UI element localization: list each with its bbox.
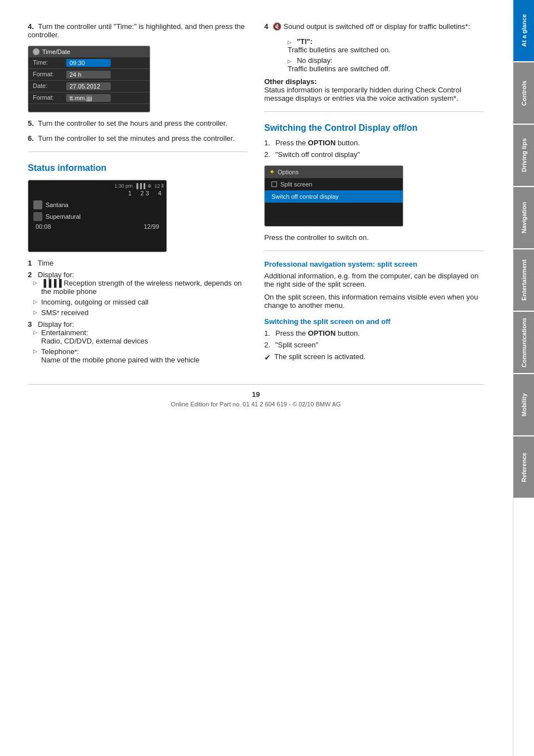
step-5: 5. Turn the controller to set the hours …	[28, 119, 248, 127]
sidebar-tab-communications[interactable]: Communications	[513, 312, 535, 373]
legend-item-3: 3 Display for: Entertainment:Radio, CD/D…	[28, 320, 248, 364]
sidebar: At a glance Controls Driving tips Naviga…	[513, 0, 534, 756]
legend-bullet-2a: ▐▐▐▐ Reception strength of the wireless …	[33, 279, 248, 296]
switch-step-1: 1. Press the OPTION button.	[264, 139, 484, 147]
split-step-2: 2. "Split screen"	[264, 341, 484, 349]
td-label-format1: Format:	[33, 71, 66, 78]
other-displays-label: Other displays:	[264, 77, 317, 86]
album-name: Supernatural	[46, 213, 81, 220]
sidebar-tab-mobility-label: Mobility	[521, 393, 527, 416]
options-item-switch-off[interactable]: Switch off control display	[265, 190, 403, 203]
track-time: 00:08	[36, 223, 51, 230]
ti-text: Traffic bulletins are switched on.	[288, 46, 390, 54]
split-screen-checkbox	[271, 181, 277, 187]
separator-right	[264, 111, 484, 112]
status-time-display: 1:30 pm	[115, 183, 133, 189]
split-step-2-num: 2.	[264, 341, 272, 349]
signal-icon: ▐▐▐	[135, 183, 145, 189]
split-activated-item: ✔ The split screen is activated.	[264, 352, 484, 362]
td-label-date: Date:	[33, 82, 66, 90]
td-header-label: Time/Date	[42, 48, 70, 55]
split-step-1-text: Press the OPTION button.	[275, 329, 360, 337]
switch-step-1-num: 1.	[264, 139, 272, 147]
legend-num-3: 3	[28, 320, 32, 328]
nodisplay-label: No display:	[297, 56, 333, 65]
switch-off-label: Switch off control display	[271, 193, 339, 200]
switch-step-2-text: "Switch off control display"	[275, 150, 360, 159]
status-num-23: 2 3	[141, 190, 149, 197]
legend-label-2: Display for:	[34, 271, 74, 279]
options-item-split-screen: Split screen	[265, 178, 403, 190]
separator-right-2	[264, 251, 484, 251]
sidebar-tab-reference[interactable]: Reference	[513, 436, 535, 498]
switch-step-1-text: Press the OPTION button.	[275, 139, 360, 147]
split-step-1-num: 1.	[264, 329, 272, 337]
options-header: ✦ Options	[265, 166, 403, 178]
step-4-text: Turn the controller until "Time:" is hig…	[28, 22, 245, 39]
sidebar-tab-mobility[interactable]: Mobility	[513, 374, 535, 435]
legend-text-1: Time	[34, 259, 53, 267]
right-step-4-num: 4	[264, 22, 268, 31]
switch-step-2: 2. "Switch off control display"	[264, 150, 484, 159]
switch-step-2-num: 2.	[264, 150, 272, 159]
step-4-number: 4.	[28, 22, 34, 31]
sidebar-tab-driving-tips-label: Driving tips	[521, 139, 527, 173]
right-step-4: 4 🔇 Sound output is switched off or disp…	[264, 22, 484, 31]
td-value-date: 27.05.2012	[66, 82, 111, 90]
right-step-4-text: Sound output is switched off or display …	[283, 22, 470, 31]
separator-1	[28, 151, 248, 152]
bullet-nodisplay: No display: Traffic bulletins are switch…	[274, 56, 484, 73]
legend-bullet-2b: Incoming, outgoing or missed call	[33, 298, 248, 306]
split-screen-label: Split screen	[280, 181, 312, 188]
right-column: 4 🔇 Sound output is switched off or disp…	[264, 22, 484, 367]
other-displays-text: Status information is temporarily hidden…	[264, 86, 461, 102]
td-header: Time/Date	[28, 46, 150, 57]
checkmark-icon: ✔	[264, 353, 271, 362]
legend-item-2: 2 Display for: ▐▐▐▐ Reception strength o…	[28, 271, 248, 317]
signal-strength-icon: ▐▐▐▐	[41, 279, 62, 287]
split-activated-text: The split screen is activated.	[274, 352, 365, 361]
td-value-format2: tt.mm.jjjj	[66, 94, 111, 102]
sidebar-tab-navigation-label: Navigation	[521, 202, 527, 233]
sidebar-tab-navigation[interactable]: Navigation	[513, 187, 535, 248]
battery-icon: 12 Ⅱ	[154, 183, 164, 189]
step-6: 6. Turn the controller to set the minute…	[28, 134, 248, 143]
status-screen: 1:30 pm ▐▐▐ ⊕ 12 Ⅱ 1 2 3 4	[28, 180, 167, 252]
sidebar-tab-controls[interactable]: Controls	[513, 62, 535, 124]
legend-bullet-2c: SMS* received	[33, 308, 248, 317]
footer-text: Online Edition for Part no. 01 41 2 604 …	[171, 401, 340, 408]
switch-steps-list: 1. Press the OPTION button. 2. "Switch o…	[264, 139, 484, 159]
options-star-icon: ✦	[269, 168, 275, 176]
legend-num-1: 1	[28, 259, 32, 267]
sidebar-tab-driving-tips[interactable]: Driving tips	[513, 125, 535, 186]
options-screen: ✦ Options Split screen Switch off contro…	[264, 165, 403, 227]
legend-section: 1 Time 2 Display for: ▐▐▐▐ Reception str…	[28, 259, 248, 364]
gps-icon: ⊕	[147, 183, 152, 189]
legend-bullets-3: Entertainment:Radio, CD/DVD, external de…	[28, 328, 248, 364]
sidebar-tab-at-a-glance[interactable]: At a glance	[513, 0, 535, 61]
status-num-1: 1	[128, 190, 131, 197]
option-bold-1: OPTION	[308, 139, 336, 147]
step-6-text: Turn the controller to set the minutes a…	[38, 134, 235, 143]
td-row-format2: Format: tt.mm.jjjj	[28, 92, 150, 104]
td-value-time: 09:30	[66, 59, 111, 67]
timedate-screen: Time/Date Time: 09:30 Format: 24 h Date:…	[28, 46, 150, 112]
split-steps-list: 1. Press the OPTION button. 2. "Split sc…	[264, 329, 484, 349]
left-column: 4. Turn the controller until "Time:" is …	[28, 22, 248, 367]
music-icon	[33, 200, 42, 209]
sidebar-tab-at-a-glance-label: At a glance	[521, 14, 527, 47]
album-icon	[33, 212, 42, 221]
nodisplay-text: Traffic bulletins are switched off.	[288, 65, 390, 73]
td-label-time: Time:	[33, 59, 66, 67]
step-4: 4. Turn the controller until "Time:" is …	[28, 22, 248, 39]
split-step-1: 1. Press the OPTION button.	[264, 329, 484, 337]
bullet-ti: "TI": Traffic bulletins are switched on.	[274, 37, 484, 54]
sidebar-tab-entertainment[interactable]: Entertainment	[513, 249, 535, 311]
footer: 19 Online Edition for Part no. 01 41 2 6…	[28, 384, 484, 408]
legend-item-1: 1 Time	[28, 259, 248, 267]
artist-name: Santana	[46, 202, 68, 208]
right-step-4-icon: 🔇	[273, 22, 284, 31]
status-section-heading: Status information	[28, 163, 248, 173]
status-num-4: 4	[158, 190, 161, 197]
sidebar-tab-entertainment-label: Entertainment	[521, 259, 527, 301]
